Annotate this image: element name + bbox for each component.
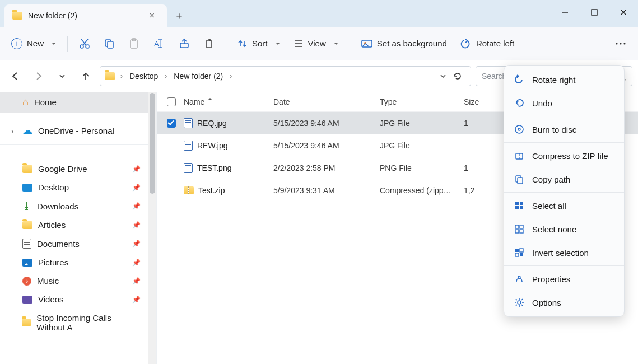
svg-rect-35 xyxy=(515,206,519,209)
pin-icon[interactable]: 📌 xyxy=(132,165,141,173)
svg-rect-9 xyxy=(108,41,113,48)
column-header-type[interactable]: Type xyxy=(375,97,459,106)
pin-icon[interactable]: 📌 xyxy=(132,221,141,229)
sidebar-item-home[interactable]: ⌂ Home xyxy=(0,92,148,113)
folder-icon xyxy=(22,319,31,326)
window-tab[interactable]: New folder (2) × xyxy=(4,4,167,27)
copy-button[interactable] xyxy=(98,35,120,53)
history-dropdown-button[interactable] xyxy=(439,72,447,80)
svg-rect-36 xyxy=(520,206,523,209)
menu-burn-disc[interactable]: Burn to disc xyxy=(504,118,624,141)
sort-button[interactable]: Sort xyxy=(232,35,286,52)
separator xyxy=(67,36,68,52)
menu-options[interactable]: Options xyxy=(504,291,624,314)
menu-properties[interactable]: Properties xyxy=(504,267,624,291)
music-icon: ♪ xyxy=(22,277,31,286)
column-header-size[interactable]: Size xyxy=(459,97,504,106)
svg-rect-32 xyxy=(518,178,523,184)
pin-icon[interactable]: 📌 xyxy=(132,184,141,192)
sidebar-scrollbar[interactable] xyxy=(148,92,156,364)
file-name: TEST.png xyxy=(197,164,231,172)
pin-icon[interactable]: 📌 xyxy=(132,277,141,285)
set-background-button[interactable]: Set as background xyxy=(356,35,453,52)
svg-line-53 xyxy=(521,299,523,300)
rotate-left-icon xyxy=(460,39,472,49)
share-button[interactable] xyxy=(173,35,195,53)
up-button[interactable] xyxy=(76,67,95,86)
sidebar-item-downloads[interactable]: ⭳Downloads📌 xyxy=(0,197,148,216)
file-name: REQ.jpg xyxy=(197,119,227,128)
pin-icon[interactable]: 📌 xyxy=(132,259,141,267)
navigation-pane: ⌂ Home › ☁ OneDrive - Personal Google Dr… xyxy=(0,92,157,364)
chevron-right-icon[interactable]: › xyxy=(229,72,233,80)
view-icon xyxy=(294,39,304,49)
column-header-name[interactable]: Name xyxy=(179,97,269,106)
svg-rect-43 xyxy=(515,253,519,256)
file-name: Test.zip xyxy=(198,186,225,195)
cut-button[interactable] xyxy=(73,35,96,53)
file-icon xyxy=(184,118,193,128)
background-icon xyxy=(361,39,372,49)
sidebar-item-google-drive[interactable]: Google Drive📌 xyxy=(0,160,148,178)
recent-locations-button[interactable] xyxy=(53,67,72,86)
forward-button[interactable] xyxy=(29,67,48,86)
svg-point-46 xyxy=(518,301,521,304)
file-date: 5/9/2023 9:31 AM xyxy=(269,186,375,195)
svg-rect-38 xyxy=(520,225,523,228)
back-button[interactable] xyxy=(6,67,25,86)
file-name: REW.jpg xyxy=(197,141,227,150)
menu-compress-zip[interactable]: Compress to ZIP file xyxy=(504,144,624,167)
menu-rotate-right[interactable]: Rotate right xyxy=(504,68,624,91)
paste-button[interactable] xyxy=(123,35,145,53)
expand-icon[interactable]: › xyxy=(8,126,17,136)
more-button[interactable] xyxy=(609,35,632,52)
rename-button[interactable]: A xyxy=(147,35,171,53)
menu-undo[interactable]: Undo xyxy=(504,91,624,115)
select-all-checkbox[interactable] xyxy=(167,97,176,106)
sidebar-item-folder[interactable]: Stop Incoming Calls Without A xyxy=(0,309,148,337)
rotate-left-button[interactable]: Rotate left xyxy=(455,35,520,52)
sidebar-item-onedrive[interactable]: › ☁ OneDrive - Personal xyxy=(0,120,148,141)
svg-line-54 xyxy=(516,305,517,306)
chevron-right-icon[interactable]: › xyxy=(164,72,168,80)
folder-icon xyxy=(22,165,32,173)
row-checkbox[interactable] xyxy=(167,119,176,128)
view-button[interactable]: View xyxy=(288,35,344,52)
onedrive-icon: ☁ xyxy=(22,124,32,137)
pin-icon[interactable]: 📌 xyxy=(132,240,141,248)
refresh-button[interactable] xyxy=(453,71,463,81)
minimize-button[interactable] xyxy=(551,0,580,25)
delete-button[interactable] xyxy=(198,35,220,53)
separator xyxy=(350,36,350,52)
new-tab-button[interactable]: ＋ xyxy=(167,4,192,27)
column-header-date[interactable]: Date xyxy=(269,97,375,106)
new-button[interactable]: + New xyxy=(6,35,62,53)
chevron-right-icon[interactable]: › xyxy=(119,72,124,80)
close-tab-icon[interactable]: × xyxy=(145,8,159,23)
breadcrumb-item[interactable]: Desktop xyxy=(126,69,161,83)
menu-copy-path[interactable]: Copy path xyxy=(504,167,624,191)
sidebar-item-pictures[interactable]: Pictures📌 xyxy=(0,253,148,272)
sidebar-item-videos[interactable]: Videos📌 xyxy=(0,290,148,309)
scrollbar-thumb[interactable] xyxy=(150,93,155,194)
menu-invert-selection[interactable]: Invert selection xyxy=(504,241,624,264)
sidebar-item-desktop[interactable]: Desktop📌 xyxy=(0,178,148,197)
maximize-button[interactable] xyxy=(580,0,609,25)
zip-icon xyxy=(514,151,524,161)
svg-rect-34 xyxy=(520,202,523,205)
sidebar-item-music[interactable]: ♪Music📌 xyxy=(0,272,148,290)
menu-select-all[interactable]: Select all xyxy=(504,194,624,217)
home-icon: ⌂ xyxy=(22,96,29,108)
folder-icon xyxy=(105,72,115,80)
pin-icon[interactable]: 📌 xyxy=(132,296,141,304)
menu-select-none[interactable]: Select none xyxy=(504,217,624,241)
sidebar-item-documents[interactable]: Documents📌 xyxy=(0,234,148,253)
svg-rect-39 xyxy=(515,230,519,233)
close-window-button[interactable] xyxy=(609,0,638,25)
breadcrumb[interactable]: › Desktop › New folder (2) › xyxy=(100,66,471,86)
pin-icon[interactable]: 📌 xyxy=(132,202,141,210)
folder-icon xyxy=(22,221,32,229)
sidebar-item-articles[interactable]: Articles📌 xyxy=(0,216,148,234)
folder-icon xyxy=(12,12,22,20)
breadcrumb-item[interactable]: New folder (2) xyxy=(170,69,226,83)
